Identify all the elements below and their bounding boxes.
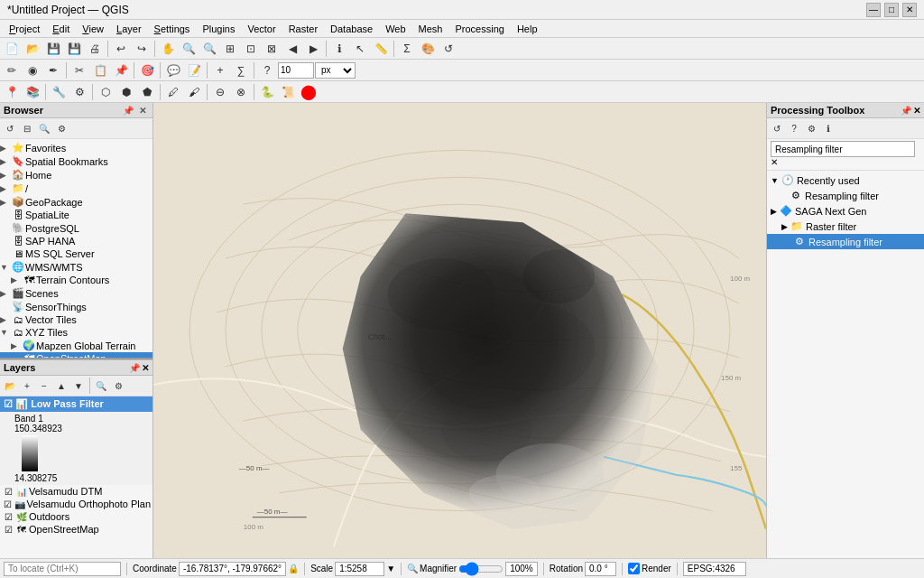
undo-btn[interactable]: ↩ [111,39,131,59]
node-btn[interactable]: ◉ [23,61,42,80]
zoom-out-btn[interactable]: 🔍 [199,39,219,59]
select-btn[interactable]: ↖ [350,39,370,59]
toolbox-help-btn[interactable]: ? [786,120,802,136]
toolbox-saga[interactable]: ▶ 🔷 SAGA Next Gen [767,203,924,219]
magnifier-slider[interactable] [458,562,504,576]
menu-vector[interactable]: Vector [242,20,281,38]
menu-plugins[interactable]: Plugins [197,20,240,38]
epsg-value[interactable]: EPSG:4326 [683,562,746,576]
digitize2-btn[interactable]: 🖊 [163,82,183,102]
favorites-toggle[interactable]: ▶ [0,144,11,153]
identify-btn[interactable]: ℹ [329,39,349,59]
menu-edit[interactable]: Edit [47,20,75,38]
browser-root[interactable]: ▶ 📁 / [0,182,152,195]
layers-settings-btn[interactable]: ⚙ [110,378,126,394]
dtm-check[interactable]: ☑ [2,487,14,497]
mapzen-toggle[interactable]: ▶ [11,341,22,350]
toolbox-search-input[interactable] [771,141,915,157]
zoom-full-btn[interactable]: ⊞ [220,39,240,59]
measure-btn[interactable]: 📏 [371,39,391,59]
menu-project[interactable]: Project [4,20,45,38]
layer-osm[interactable]: ☑ 🗺 OpenStreetMap [0,523,152,536]
pan-btn[interactable]: ✋ [158,39,178,59]
browser-mapzen[interactable]: ▶ 🌍 Mapzen Global Terrain [0,339,152,352]
layers-close-btn[interactable]: ✕ [142,363,149,373]
menu-mesh[interactable]: Mesh [413,20,448,38]
scale-dropdown-icon[interactable]: ▼ [386,564,395,573]
layers-down-btn[interactable]: ▼ [70,378,87,394]
layer-lowpass[interactable]: ☑ 📊 Low Pass Filter [0,396,152,412]
split-btn[interactable]: ⬢ [116,82,136,102]
browser-scenes[interactable]: ▶ 🎬 Scenes [0,286,152,300]
menu-processing[interactable]: Processing [449,20,509,38]
layer-dtm[interactable]: ☑ 📊 Velsamudu DTM [0,485,152,498]
toolbox-recently-used[interactable]: ▼ 🕐 Recently used [767,172,924,188]
layers-filter-btn[interactable]: 🔍 [93,378,109,394]
browser-xyztiles[interactable]: ▼ 🗂 XYZ Tiles [0,326,152,339]
paste-btn[interactable]: 📌 [111,61,131,80]
temp-layer-btn[interactable]: ⚙ [69,82,89,102]
browser-mssql[interactable]: 🖥 MS SQL Server [0,247,152,260]
menu-view[interactable]: View [77,20,109,38]
annotation-btn[interactable]: 📝 [184,61,204,80]
toolbox-header-buttons[interactable]: 📌 ✕ [901,106,920,116]
maximize-button[interactable]: □ [884,3,899,17]
terrain-toggle[interactable]: ▶ [11,275,22,284]
stats-btn[interactable]: Σ [397,39,417,59]
xyztiles-toggle[interactable]: ▼ [0,328,11,337]
new-project-btn[interactable]: 📄 [2,39,22,59]
toolbox-pin-btn[interactable]: 📌 [901,106,911,116]
save-as-btn[interactable]: 💾 [64,39,84,59]
map-tips-btn[interactable]: 💬 [163,61,183,80]
browser-saphana[interactable]: 🗄 SAP HANA [0,235,152,247]
window-controls[interactable]: — □ ✕ [866,3,917,17]
menu-settings[interactable]: Settings [149,20,196,38]
bookmarks-toggle[interactable]: ▶ [0,157,11,166]
field-input[interactable] [278,62,314,79]
browser-wmswmts[interactable]: ▼ 🌐 WMS/WMTS [0,260,152,274]
field-dropdown[interactable]: px [315,62,356,79]
browser-terrain[interactable]: ▶ 🗺 Terrain Contours [0,274,152,286]
minimize-button[interactable]: — [866,3,881,17]
browser-favorites[interactable]: ▶ ⭐ Favorites [0,141,152,154]
layer-orthophoto[interactable]: ☑ 📷 Velsamudu Orthophoto Plan [0,498,152,510]
layers-pin-btn[interactable]: 📌 [129,363,140,373]
menu-help[interactable]: Help [512,20,543,38]
trim-btn[interactable]: ⊗ [231,82,251,102]
redo-btn[interactable]: ↪ [132,39,152,59]
menu-layer[interactable]: Layer [111,20,147,38]
prev-extent-btn[interactable]: ◀ [282,39,302,59]
delineate-btn[interactable]: ⬡ [96,82,116,102]
toolbox-resampling-filter-recent[interactable]: ⚙ Resampling filter [767,188,924,203]
close-button[interactable]: ✕ [902,3,917,17]
browser-refresh-btn[interactable]: ↺ [2,120,18,136]
browser-sensorthings[interactable]: 📡 SensorThings [0,300,152,313]
browser-geopackage[interactable]: ▶ 📦 GeoPackage [0,195,152,209]
script-btn[interactable]: 📜 [278,82,298,102]
browser-settings-btn[interactable]: ⚙ [53,120,69,136]
python-btn[interactable]: 🐍 [257,82,277,102]
menu-database[interactable]: Database [325,20,378,38]
layer-outdoors[interactable]: ☑ 🌿 Outdoors [0,510,152,523]
osm-layer-check[interactable]: ☑ [2,525,14,535]
layers-add-btn[interactable]: + [19,378,35,394]
toolbox-resampling-filter-main[interactable]: ⚙ Resampling filter [767,234,924,249]
raster-filter-toggle[interactable]: ▶ [781,222,788,231]
refresh-btn[interactable]: ↺ [439,39,458,59]
recently-used-toggle[interactable]: ▼ [771,176,779,185]
outdoors-check[interactable]: ☑ [2,512,14,522]
home-toggle[interactable]: ▶ [0,171,11,180]
gps-btn[interactable]: 📍 [2,82,22,102]
browser-collapse-btn[interactable]: ⊟ [19,120,35,136]
save-project-btn[interactable]: 💾 [43,39,63,59]
show-tips-btn[interactable]: ? [257,61,277,80]
locate-input[interactable] [4,562,121,576]
layers-up-btn[interactable]: ▲ [53,378,69,394]
browser-vectortiles[interactable]: ▶ 🗂 Vector Tiles [0,313,152,326]
toolbox-refresh-btn[interactable]: ↺ [769,120,785,136]
render-btn[interactable]: 🎨 [418,39,438,59]
brush-btn[interactable]: 🖌 [184,82,204,102]
render-checkbox[interactable] [628,563,640,574]
map-area[interactable]: Chot... 100 m 150 m 100 m 155 [153,103,766,558]
print-btn[interactable]: 🖨 [85,39,105,59]
